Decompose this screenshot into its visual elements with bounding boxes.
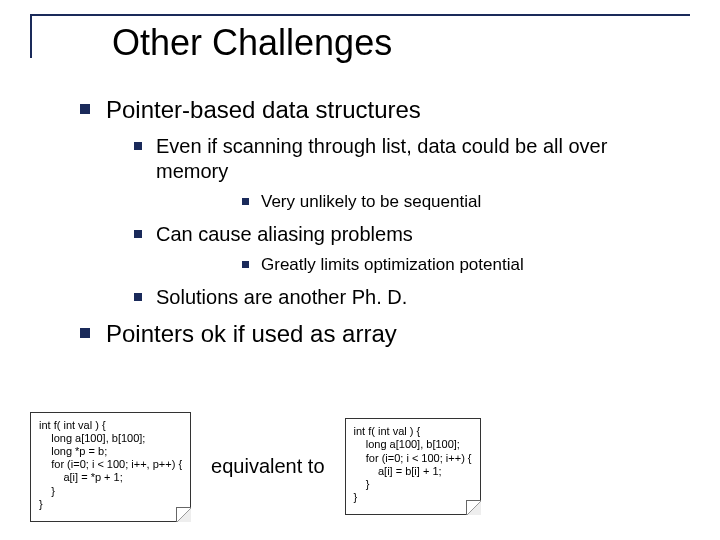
code-box-right: int f( int val ) { long a[100], b[100]; … — [345, 418, 481, 515]
square-bullet-icon — [80, 328, 90, 338]
square-bullet-icon — [134, 230, 142, 238]
bullet-text: Solutions are another Ph. D. — [156, 285, 407, 310]
bullet-text: Very unlikely to be sequential — [261, 192, 481, 212]
equivalent-label: equivalent to — [211, 455, 324, 478]
title-rule-vertical — [30, 14, 32, 58]
code-comparison-row: int f( int val ) { long a[100], b[100]; … — [30, 412, 690, 522]
square-bullet-icon — [134, 293, 142, 301]
bullet-text: Greatly limits optimization potential — [261, 255, 524, 275]
bullet-text: Pointers ok if used as array — [106, 320, 397, 348]
slide-body: Pointer-based data structures Even if sc… — [80, 96, 680, 358]
bullet-text: Pointer-based data structures — [106, 96, 421, 124]
bullet-text: Even if scanning through list, data coul… — [156, 134, 680, 184]
title-rule-horizontal — [30, 14, 690, 16]
square-bullet-icon — [242, 198, 249, 205]
code-box-left: int f( int val ) { long a[100], b[100]; … — [30, 412, 191, 522]
square-bullet-icon — [242, 261, 249, 268]
bullet-text: Can cause aliasing problems — [156, 222, 413, 247]
square-bullet-icon — [134, 142, 142, 150]
square-bullet-icon — [80, 104, 90, 114]
slide-title: Other Challenges — [112, 22, 392, 64]
